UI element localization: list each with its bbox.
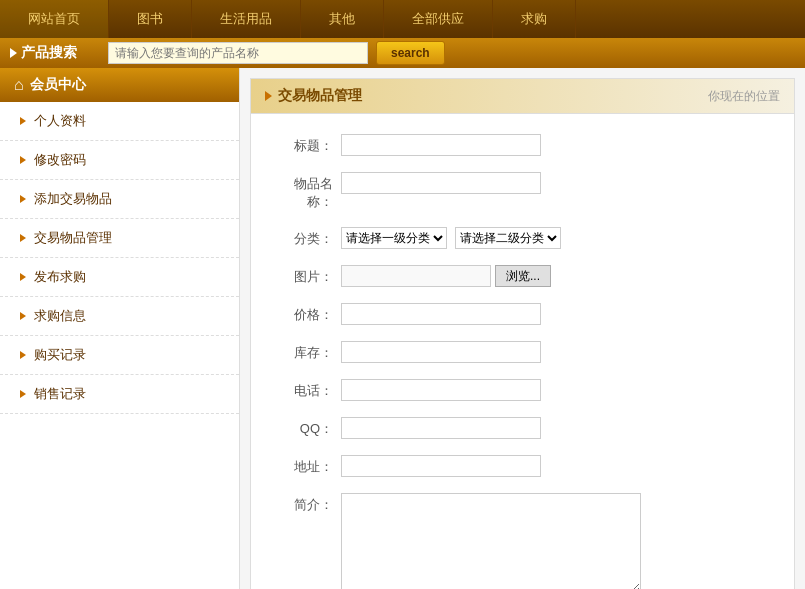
input-price[interactable] bbox=[341, 303, 541, 325]
form-row-price: 价格 bbox=[281, 303, 764, 325]
content-box: 交易物品管理 你现在的位置 标题 物品名称 分类 bbox=[250, 78, 795, 589]
arrow-icon bbox=[20, 273, 26, 281]
sidebar-item-label: 添加交易物品 bbox=[34, 190, 112, 208]
search-bar: 产品搜索 search bbox=[0, 38, 805, 68]
content-box-header: 交易物品管理 你现在的位置 bbox=[251, 79, 794, 114]
sidebar-item-profile[interactable]: 个人资料 bbox=[0, 102, 239, 141]
input-address[interactable] bbox=[341, 455, 541, 477]
sidebar: ⌂ 会员中心 个人资料 修改密码 添加交易物品 交易物品管理 发布求购 求购信息 bbox=[0, 68, 240, 589]
search-bar-title: 产品搜索 bbox=[10, 44, 100, 62]
nav-item-supply[interactable]: 全部供应 bbox=[384, 0, 493, 38]
form-row-address: 地址 bbox=[281, 455, 764, 477]
label-intro: 简介 bbox=[281, 493, 341, 514]
nav-item-purchase[interactable]: 求购 bbox=[493, 0, 576, 38]
content-box-title: 交易物品管理 bbox=[265, 87, 362, 105]
sidebar-item-add-item[interactable]: 添加交易物品 bbox=[0, 180, 239, 219]
sidebar-title: 会员中心 bbox=[30, 76, 86, 94]
category2-select[interactable]: 请选择二级分类 bbox=[455, 227, 561, 249]
nav-item-other[interactable]: 其他 bbox=[301, 0, 384, 38]
main-layout: ⌂ 会员中心 个人资料 修改密码 添加交易物品 交易物品管理 发布求购 求购信息 bbox=[0, 68, 805, 589]
house-icon: ⌂ bbox=[14, 76, 24, 94]
top-navigation: 网站首页 图书 生活用品 其他 全部供应 求购 bbox=[0, 0, 805, 38]
label-stock: 库存 bbox=[281, 341, 341, 362]
sidebar-item-label: 交易物品管理 bbox=[34, 229, 112, 247]
sidebar-item-password[interactable]: 修改密码 bbox=[0, 141, 239, 180]
label-address: 地址 bbox=[281, 455, 341, 476]
label-price: 价格 bbox=[281, 303, 341, 324]
arrow-icon bbox=[265, 91, 272, 101]
arrow-icon bbox=[20, 117, 26, 125]
arrow-icon bbox=[10, 48, 17, 58]
textarea-intro[interactable] bbox=[341, 493, 641, 589]
sidebar-item-label: 发布求购 bbox=[34, 268, 86, 286]
sidebar-item-buy-records[interactable]: 购买记录 bbox=[0, 336, 239, 375]
input-title[interactable] bbox=[341, 134, 541, 156]
search-button[interactable]: search bbox=[376, 41, 445, 65]
nav-item-daily[interactable]: 生活用品 bbox=[192, 0, 301, 38]
breadcrumb: 你现在的位置 bbox=[708, 88, 780, 105]
sidebar-item-label: 购买记录 bbox=[34, 346, 86, 364]
sidebar-item-label: 求购信息 bbox=[34, 307, 86, 325]
label-title: 标题 bbox=[281, 134, 341, 155]
arrow-icon bbox=[20, 390, 26, 398]
label-item-name: 物品名称 bbox=[281, 172, 341, 211]
arrow-icon bbox=[20, 351, 26, 359]
arrow-icon bbox=[20, 234, 26, 242]
nav-item-home[interactable]: 网站首页 bbox=[0, 0, 109, 38]
category1-select[interactable]: 请选择一级分类 bbox=[341, 227, 447, 249]
form-area: 标题 物品名称 分类 请选择一级分类 请选择二级 bbox=[251, 114, 794, 589]
content-area: 交易物品管理 你现在的位置 标题 物品名称 分类 bbox=[240, 68, 805, 589]
form-row-title: 标题 bbox=[281, 134, 764, 156]
label-image: 图片 bbox=[281, 265, 341, 286]
form-row-stock: 库存 bbox=[281, 341, 764, 363]
input-item-name[interactable] bbox=[341, 172, 541, 194]
category-selects: 请选择一级分类 请选择二级分类 bbox=[341, 227, 561, 249]
arrow-icon bbox=[20, 156, 26, 164]
sidebar-item-sell-records[interactable]: 销售记录 bbox=[0, 375, 239, 414]
input-qq[interactable] bbox=[341, 417, 541, 439]
form-row-qq: QQ bbox=[281, 417, 764, 439]
label-category: 分类 bbox=[281, 227, 341, 248]
sidebar-item-label: 修改密码 bbox=[34, 151, 86, 169]
form-row-intro: 简介 bbox=[281, 493, 764, 589]
sidebar-item-post-purchase[interactable]: 发布求购 bbox=[0, 258, 239, 297]
label-qq: QQ bbox=[281, 417, 341, 438]
content-title-label: 交易物品管理 bbox=[278, 87, 362, 105]
search-title-label: 产品搜索 bbox=[21, 44, 77, 62]
browse-button[interactable]: 浏览... bbox=[495, 265, 551, 287]
form-row-category: 分类 请选择一级分类 请选择二级分类 bbox=[281, 227, 764, 249]
form-row-item-name: 物品名称 bbox=[281, 172, 764, 211]
input-stock[interactable] bbox=[341, 341, 541, 363]
label-phone: 电话 bbox=[281, 379, 341, 400]
nav-item-books[interactable]: 图书 bbox=[109, 0, 192, 38]
sidebar-item-label: 销售记录 bbox=[34, 385, 86, 403]
sidebar-item-purchase-info[interactable]: 求购信息 bbox=[0, 297, 239, 336]
arrow-icon bbox=[20, 312, 26, 320]
file-display bbox=[341, 265, 491, 287]
form-row-image: 图片 浏览... bbox=[281, 265, 764, 287]
sidebar-header: ⌂ 会员中心 bbox=[0, 68, 239, 102]
file-input-area: 浏览... bbox=[341, 265, 551, 287]
sidebar-item-label: 个人资料 bbox=[34, 112, 86, 130]
input-phone[interactable] bbox=[341, 379, 541, 401]
sidebar-item-item-mgmt[interactable]: 交易物品管理 bbox=[0, 219, 239, 258]
arrow-icon bbox=[20, 195, 26, 203]
search-input[interactable] bbox=[108, 42, 368, 64]
form-row-phone: 电话 bbox=[281, 379, 764, 401]
